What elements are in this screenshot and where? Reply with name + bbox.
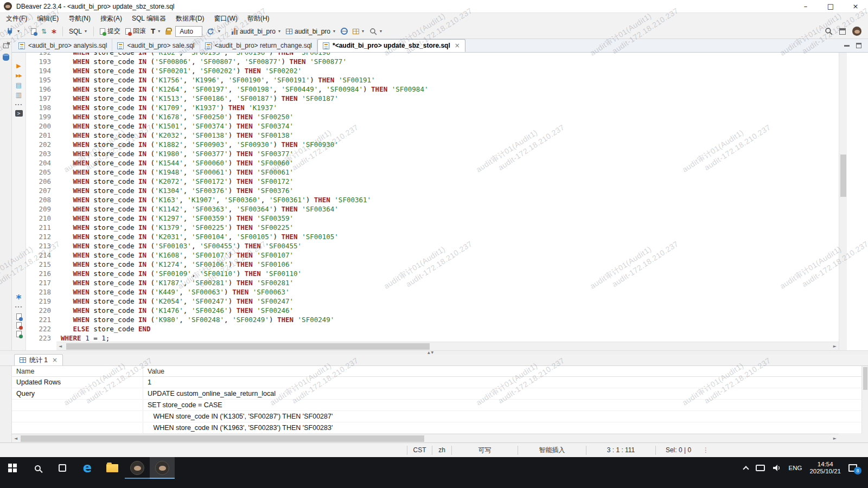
editor-tab[interactable]: *<audit_bi_pro> update_sbz_store.sql× bbox=[317, 39, 465, 52]
column-header-value[interactable]: Value bbox=[143, 366, 861, 376]
menu-item[interactable]: 帮助(H) bbox=[242, 13, 275, 24]
navigate-button[interactable] bbox=[339, 27, 349, 36]
attach-editor-button[interactable] bbox=[29, 27, 38, 36]
sync-connection-button[interactable]: ⇅ bbox=[40, 27, 48, 36]
refresh-button[interactable] bbox=[205, 27, 216, 36]
script-icon[interactable] bbox=[15, 91, 23, 99]
scrollbar-thumb[interactable] bbox=[863, 367, 867, 390]
taskbar-dbeaver-button[interactable] bbox=[150, 457, 175, 479]
sql-dialect-dropdown[interactable]: SQL▾ bbox=[67, 27, 89, 36]
taskbar-file-explorer-button[interactable] bbox=[100, 457, 125, 479]
tray-chevron-up-icon[interactable] bbox=[743, 466, 749, 472]
editor-tab[interactable]: <audit_bi_pro> analysis.sql bbox=[14, 39, 112, 52]
more-icon[interactable] bbox=[15, 100, 23, 109]
editor-horizontal-scrollbar[interactable]: ◄ ► bbox=[56, 342, 839, 350]
status-selection[interactable]: Sel: 0 | 0 bbox=[655, 446, 701, 455]
schema-select[interactable]: audit_bi_pro▾ bbox=[284, 27, 337, 36]
editor-tab[interactable]: <audit_bi_pro> sale.sql bbox=[112, 39, 200, 52]
dbeaver-logo-icon[interactable] bbox=[852, 27, 861, 36]
status-language[interactable]: zh bbox=[432, 446, 451, 455]
menu-item[interactable]: 搜索(A) bbox=[95, 13, 127, 24]
stats-vertical-scrollbar[interactable] bbox=[861, 366, 868, 434]
console-icon[interactable] bbox=[15, 110, 23, 117]
stats-row[interactable]: SET store_code = CASE bbox=[12, 400, 861, 411]
editor-vertical-scrollbar[interactable] bbox=[839, 53, 847, 350]
data-transfer-button[interactable]: ▾ bbox=[351, 28, 366, 35]
taskbar-task-view-button[interactable] bbox=[50, 457, 75, 479]
transaction-mode-dropdown[interactable]: T▾ bbox=[149, 27, 162, 36]
taskbar-search-button[interactable] bbox=[25, 457, 50, 479]
scroll-right-arrow-icon[interactable]: ► bbox=[833, 436, 837, 441]
new-connection-button[interactable] bbox=[4, 27, 15, 36]
scrollbar-thumb[interactable] bbox=[66, 343, 430, 350]
taskbar-edge-button[interactable] bbox=[75, 457, 100, 479]
more-icon[interactable] bbox=[15, 303, 23, 311]
execute-new-tab-icon[interactable] bbox=[15, 71, 23, 80]
menu-item[interactable]: 编辑(E) bbox=[32, 13, 63, 24]
stats-row[interactable]: Updated Rows1 bbox=[12, 377, 861, 388]
speaker-icon[interactable] bbox=[773, 464, 781, 472]
output-icon[interactable] bbox=[16, 313, 22, 320]
scrollbar-thumb[interactable] bbox=[21, 435, 424, 442]
menu-item[interactable]: 窗口(W) bbox=[209, 13, 242, 24]
database-navigator-icon[interactable] bbox=[3, 54, 9, 61]
panel-sash[interactable]: ▲▼ bbox=[0, 350, 868, 354]
taskbar-clock[interactable]: 14:54 2025/10/21 bbox=[809, 461, 841, 475]
code-area[interactable]: WHEN store_code IN ('K162', 'SF00195', '… bbox=[61, 53, 837, 342]
line-number: 199 bbox=[26, 112, 54, 121]
tray-tablet-icon[interactable] bbox=[756, 465, 765, 471]
status-timezone[interactable]: CST bbox=[407, 446, 432, 455]
editor-margin bbox=[847, 53, 868, 350]
stats-tab[interactable]: 统计 1 × bbox=[14, 354, 63, 365]
maximize-button[interactable]: □ bbox=[818, 0, 843, 12]
rollback-button[interactable]: 回滚 bbox=[124, 25, 148, 37]
quick-search-dropdown[interactable]: ▾ bbox=[368, 27, 384, 36]
pending-transactions-button[interactable]: * bbox=[50, 27, 58, 36]
status-drag-handle[interactable]: ⋮ bbox=[701, 446, 711, 454]
editor-tab[interactable]: <audit_bi_pro> return_change.sql bbox=[200, 39, 317, 52]
explain-plan-icon[interactable] bbox=[15, 81, 23, 89]
menu-item[interactable]: 导航(N) bbox=[63, 13, 95, 24]
execute-statement-icon[interactable] bbox=[15, 61, 23, 70]
maximize-view-icon[interactable] bbox=[856, 43, 861, 48]
stats-tab-close-icon[interactable]: × bbox=[51, 356, 58, 364]
perspective-icon[interactable] bbox=[839, 28, 846, 35]
scroll-left-arrow-icon[interactable]: ◄ bbox=[14, 436, 17, 441]
menu-item[interactable]: SQL 编辑器 bbox=[127, 13, 171, 24]
chevron-down-icon[interactable]: ▾ bbox=[17, 29, 20, 34]
action-center-button[interactable]: 8 bbox=[848, 464, 857, 472]
minimize-view-icon[interactable] bbox=[844, 45, 850, 47]
taskbar-dbeaver-button[interactable] bbox=[125, 457, 150, 479]
stats-row[interactable]: WHEN store_code IN ('K1963', 'SF00283') … bbox=[12, 422, 861, 434]
status-writable[interactable]: 可写 bbox=[451, 446, 518, 455]
sash-grip-icon[interactable]: ▲▼ bbox=[427, 350, 435, 354]
column-header-name[interactable]: Name bbox=[12, 368, 143, 375]
taskbar-start-button[interactable] bbox=[0, 457, 25, 479]
minimize-button[interactable]: – bbox=[793, 0, 818, 12]
variables-icon[interactable] bbox=[16, 331, 22, 337]
menu-item[interactable]: 数据库(D) bbox=[171, 13, 209, 24]
scroll-left-arrow-icon[interactable]: ◄ bbox=[59, 344, 62, 349]
tab-close-icon[interactable]: × bbox=[454, 42, 460, 49]
stats-horizontal-scrollbar[interactable]: ◄ ► bbox=[12, 434, 839, 442]
stats-row[interactable]: QueryUPDATE custom_online_sale_return_lo… bbox=[12, 388, 861, 400]
menu-item[interactable]: 文件(F) bbox=[1, 13, 32, 24]
scrollbar-thumb[interactable] bbox=[840, 155, 846, 197]
database-select[interactable]: audit_bi_pro▾ bbox=[230, 27, 283, 36]
input-language-indicator[interactable]: ENG bbox=[789, 465, 802, 471]
sql-editor[interactable]: 1921931941951961971981992002012022032042… bbox=[26, 53, 839, 342]
stats-row[interactable]: WHEN store_code IN ('K1305', 'SF00287') … bbox=[12, 411, 861, 422]
scroll-right-arrow-icon[interactable]: ► bbox=[833, 344, 837, 349]
settings-icon[interactable] bbox=[15, 292, 23, 300]
commit-mode-select[interactable]: Auto bbox=[175, 26, 202, 37]
status-caret-position[interactable]: 3 : 1 : 111 bbox=[586, 446, 655, 455]
status-insert-mode[interactable]: 智能插入 bbox=[518, 446, 586, 455]
lock-button[interactable] bbox=[164, 27, 173, 36]
commit-button[interactable]: 提交 bbox=[98, 25, 122, 37]
sql-editor-toolbar bbox=[12, 53, 26, 350]
close-button[interactable]: × bbox=[843, 0, 868, 12]
log-icon[interactable] bbox=[16, 322, 22, 329]
chevron-down-icon[interactable]: ▾ bbox=[218, 29, 221, 34]
search-icon[interactable] bbox=[825, 27, 833, 35]
restore-view-icon[interactable] bbox=[3, 43, 9, 48]
